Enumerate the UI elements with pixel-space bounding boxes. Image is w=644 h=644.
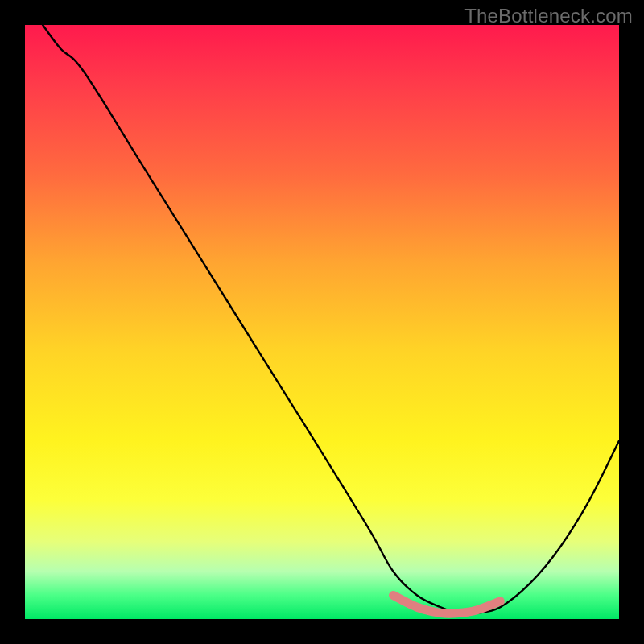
watermark-text: TheBottleneck.com — [464, 5, 633, 27]
plot-area — [25, 25, 619, 619]
chart-canvas: TheBottleneck.com — [0, 0, 644, 644]
bottleneck-curve-path — [43, 25, 619, 614]
recommended-range-path — [394, 595, 501, 613]
chart-svg — [25, 25, 619, 619]
